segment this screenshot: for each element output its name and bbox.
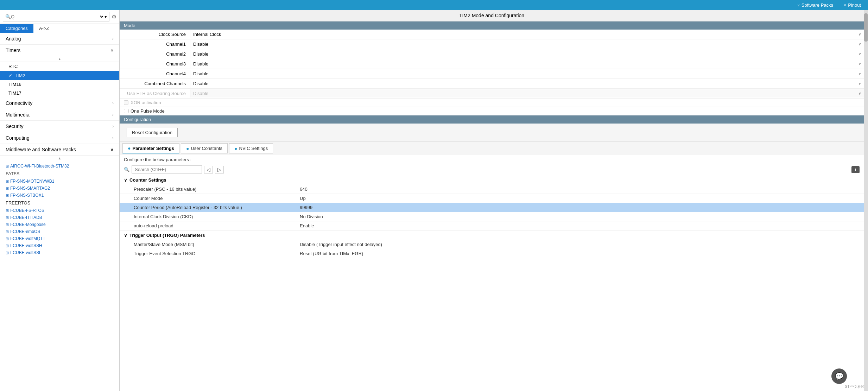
msm-value[interactable]: Disable (Trigger input effect not delaye… [296, 240, 864, 248]
sidebar-item-analog[interactable]: Analog › [0, 33, 119, 45]
pinout-menu[interactable]: ∨ Pinout [844, 2, 861, 8]
trgo-group[interactable]: ∨ Trigger Output (TRGO) Parameters [120, 231, 864, 240]
mw-item-fatfs[interactable]: FATFS [0, 170, 119, 178]
channel2-value: Disable [193, 51, 856, 57]
mw-item-icube-wolfmqtt[interactable]: ⊞ I-CUBE-wolfMQTT [0, 235, 119, 242]
category-select[interactable] [95, 13, 104, 20]
mw-item-fp-smartag2[interactable]: ⊞ FP-SNS-SMARTAG2 [0, 185, 119, 192]
mw-item-icube-fsrtos[interactable]: ⊞ I-CUBE-FS-RTOS [0, 207, 119, 214]
dropdown-arrow-icon: ∨ [859, 92, 861, 95]
search-box[interactable]: 🔍 ▾ [3, 12, 109, 21]
clock-source-select[interactable]: Internal Clock ∨ [190, 30, 864, 38]
sidebar-item-multimedia[interactable]: Multimedia › [0, 109, 119, 121]
link-icon: ⊞ [6, 222, 9, 227]
reset-configuration-button[interactable]: Reset Configuration [127, 128, 178, 137]
config-row-channel4: Channel4 Disable ∨ [120, 69, 864, 79]
chat-button[interactable]: 💬 [831, 368, 847, 384]
mw-item-icube-wolfssl[interactable]: ⊞ I-CUBE-wolfSSL [0, 249, 119, 256]
chevron-down-icon: ∨ [110, 48, 114, 53]
pinout-label: Pinout [848, 2, 861, 8]
dropdown-arrow-icon: ∨ [859, 32, 861, 36]
tab-nvic-settings[interactable]: ● NVIC Settings [229, 143, 273, 153]
scroll-indicator-up: ▲ [0, 56, 119, 62]
sidebar-item-computing[interactable]: Computing › [0, 132, 119, 144]
prescaler-label: Prescaler (PSC - 16 bits value) [120, 185, 296, 193]
param-row-counter-period[interactable]: Counter Period (AutoReload Register - 32… [120, 203, 864, 212]
channel4-select[interactable]: Disable ∨ [190, 70, 864, 78]
channel3-label: Channel3 [120, 60, 190, 68]
ckd-value[interactable]: No Division [296, 213, 864, 221]
info-button[interactable]: i [851, 166, 860, 173]
top-bar: ∨ Software Packs ∨ Pinout [0, 0, 868, 10]
sidebar-item-rtc[interactable]: RTC [0, 62, 119, 71]
configure-text: Configure the below parameters : [120, 155, 864, 164]
tab-az[interactable]: A->Z [33, 24, 55, 33]
param-row-autoreload-preload: auto-reload preload Enable [120, 221, 864, 231]
mw-airoc-label: AIROC-Wi-Fi-Bluetooth-STM32 [10, 164, 69, 169]
mw-item-airoc[interactable]: ⊞ AIROC-Wi-Fi-Bluetooth-STM32 [0, 163, 119, 170]
tab-categories[interactable]: Categories [0, 24, 33, 33]
mw-item-icube-mongoose[interactable]: ⊞ I-CUBE-Mongoose [0, 221, 119, 228]
main-layout: 🔍 ▾ ⚙ Categories A->Z Analog › Timers ∨ [0, 10, 868, 391]
mw-item-fp-stbox1[interactable]: ⊞ FP-SNS-STBOX1 [0, 192, 119, 199]
channel2-select[interactable]: Disable ∨ [190, 50, 864, 58]
param-row-counter-mode: Counter Mode Up [120, 194, 864, 203]
etr-label: Use ETR as Clearing Source [120, 89, 190, 97]
config-row-channel1: Channel1 Disable ∨ [120, 39, 864, 49]
mode-section-header: Mode [120, 21, 864, 30]
tim2-label: TIM2 [15, 73, 25, 78]
middleware-items: ⊞ AIROC-Wi-Fi-Bluetooth-STM32 FATFS ⊞ FP… [0, 161, 119, 258]
mw-item-icube-wolfssh[interactable]: ⊞ I-CUBE-wolfSSH [0, 242, 119, 249]
one-pulse-checkbox[interactable] [124, 109, 128, 113]
gear-icon[interactable]: ⚙ [112, 13, 116, 20]
channel1-select[interactable]: Disable ∨ [190, 40, 864, 48]
content-area: TIM2 Mode and Configuration Mode Clock S… [120, 10, 864, 391]
param-row-ckd: Internal Clock Division (CKD) No Divisio… [120, 212, 864, 221]
scrollbar-thumb[interactable] [864, 13, 868, 42]
counter-settings-group[interactable]: ∨ Counter Settings [120, 175, 864, 185]
mw-icube-embos-label: I-CUBE-embOS [10, 229, 40, 234]
software-packs-menu[interactable]: ∨ Software Packs [797, 2, 833, 8]
prescaler-value[interactable]: 640 [296, 185, 864, 193]
search-input[interactable] [11, 14, 95, 19]
autoreload-preload-value[interactable]: Enable [296, 222, 864, 230]
params-section: ∨ Counter Settings Prescaler (PSC - 16 b… [120, 175, 864, 391]
mode-label: Mode [124, 23, 135, 28]
combined-channels-select[interactable]: Disable ∨ [190, 80, 864, 88]
mw-item-icube-embos[interactable]: ⊞ I-CUBE-embOS [0, 228, 119, 235]
user-constants-label: User Constants [191, 146, 222, 151]
tim17-label: TIM17 [8, 90, 21, 96]
chevron-right-icon: › [112, 36, 114, 41]
counter-period-value[interactable]: 99999 [296, 203, 864, 212]
param-search-input[interactable] [132, 165, 202, 174]
sidebar-item-tim16[interactable]: TIM16 [0, 80, 119, 89]
sidebar-item-tim17[interactable]: TIM17 [0, 89, 119, 97]
trgo-event-value[interactable]: Reset (UG bit from TIMx_EGR) [296, 250, 864, 258]
counter-mode-value[interactable]: Up [296, 194, 864, 202]
sidebar-item-security[interactable]: Security › [0, 121, 119, 132]
ckd-label: Internal Clock Division (CKD) [120, 213, 296, 221]
channel3-select[interactable]: Disable ∨ [190, 60, 864, 68]
mw-item-freertos[interactable]: FREERTOS [0, 199, 119, 207]
sidebar-item-timers[interactable]: Timers ∨ [0, 45, 119, 56]
counter-period-label: Counter Period (AutoReload Register - 32… [120, 203, 296, 212]
mw-item-fp-motenvwb1[interactable]: ⊞ FP-SNS-MOTENVWB1 [0, 178, 119, 185]
link-icon: ⊞ [6, 244, 9, 248]
filter-next-button[interactable]: ▷ [215, 166, 224, 174]
mw-item-icube-ittiadb[interactable]: ⊞ I-CUBE-ITTIADB [0, 214, 119, 221]
right-scrollbar[interactable] [864, 10, 868, 391]
sidebar-item-connectivity[interactable]: Connectivity › [0, 97, 119, 109]
st-logo: ST 中文社区 [845, 384, 864, 389]
mw-fp-motenvwb1-label: FP-SNS-MOTENVWB1 [10, 179, 54, 184]
link-icon: ⊞ [6, 251, 9, 255]
tab-user-constants[interactable]: ● User Constants [181, 143, 228, 153]
filter-prev-button[interactable]: ◁ [204, 166, 213, 174]
sidebar-item-tim2[interactable]: ✓ TIM2 [0, 71, 119, 80]
rtc-label: RTC [8, 64, 18, 69]
combined-channels-label: Combined Channels [120, 80, 190, 88]
channel1-value: Disable [193, 42, 856, 47]
tab-dot-icon: ● [186, 146, 189, 151]
sidebar-item-middleware[interactable]: Middleware and Software Packs ∨ [0, 144, 119, 156]
tab-parameter-settings[interactable]: ● Parameter Settings [122, 143, 179, 153]
sidebar: 🔍 ▾ ⚙ Categories A->Z Analog › Timers ∨ [0, 10, 120, 391]
